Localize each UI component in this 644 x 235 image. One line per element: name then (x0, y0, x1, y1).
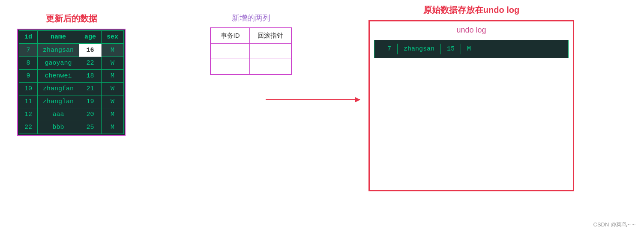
undo-log-box: undo log 7 zhangsan 15 M (368, 20, 574, 191)
middle-section: 新增的两列 事务ID 回滚指针 (210, 13, 292, 75)
cell-name-7: zhangsan (38, 44, 79, 57)
left-section: 更新后的数据 id name age sex 7 zhangsan 16 M (17, 13, 126, 136)
new-cols-data-row-2 (210, 59, 291, 74)
table-row: 22 bbb 25 M (19, 121, 124, 134)
new-col-txid-2 (210, 59, 250, 74)
cell-id-11: 11 (19, 95, 38, 108)
table-row-highlighted: 7 zhangsan 16 M (19, 44, 124, 57)
new-cols-table: 事务ID 回滚指针 (210, 27, 292, 75)
cell-name-22: bbb (38, 121, 79, 134)
main-table: id name age sex 7 zhangsan 16 M 8 gaoyan… (19, 30, 124, 134)
col-name-header: name (38, 31, 79, 44)
cell-name-12: aaa (38, 108, 79, 121)
cell-age-11: 19 (79, 95, 102, 108)
table-row: 10 zhangfan 21 W (19, 83, 124, 95)
cell-id-9: 9 (19, 70, 38, 83)
undo-cell-id: 7 (381, 44, 398, 54)
cell-sex-9: M (102, 70, 124, 83)
new-cols-header-row: 事务ID 回滚指针 (210, 28, 291, 44)
cell-id-22: 22 (19, 121, 38, 134)
right-section-title: 原始数据存放在undo log (423, 4, 519, 16)
right-section: 原始数据存放在undo log undo log 7 zhangsan 15 M (368, 4, 574, 191)
undo-cell-name: zhangsan (398, 44, 441, 54)
col-sex-header: sex (102, 31, 124, 44)
undo-cell-age: 15 (441, 44, 461, 54)
cell-name-9: chenwei (38, 70, 79, 83)
new-col-txid-1 (210, 44, 250, 59)
table-row: 8 gaoyang 22 W (19, 57, 124, 70)
cell-sex-10: W (102, 83, 124, 95)
cell-sex-8: W (102, 57, 124, 70)
cell-id-10: 10 (19, 83, 38, 95)
table-row: 12 aaa 20 M (19, 108, 124, 121)
arrow-line (266, 99, 360, 100)
cell-age-7: 16 (79, 44, 102, 57)
cell-id-12: 12 (19, 108, 38, 121)
cell-id-7: 7 (19, 44, 38, 57)
cell-age-10: 21 (79, 83, 102, 95)
cell-age-9: 18 (79, 70, 102, 83)
cell-age-8: 22 (79, 57, 102, 70)
watermark: CSDN @菜鸟~ ~ (593, 221, 635, 229)
arrow-container (266, 93, 368, 106)
cell-age-12: 20 (79, 108, 102, 121)
undo-cell-sex: M (461, 44, 477, 54)
new-col-rollptr-2 (250, 59, 292, 74)
new-col-rollptr-1 (250, 44, 292, 59)
new-col-txid-header: 事务ID (210, 28, 250, 44)
cell-id-8: 8 (19, 57, 38, 70)
undo-log-data-row: 7 zhangsan 15 M (374, 40, 569, 58)
cell-sex-7: M (102, 44, 124, 57)
table-row: 11 zhanglan 19 W (19, 95, 124, 108)
cell-name-10: zhangfan (38, 83, 79, 95)
table-row: 9 chenwei 18 M (19, 70, 124, 83)
left-section-title: 更新后的数据 (46, 13, 97, 24)
new-col-rollptr-header: 回滚指针 (250, 28, 292, 44)
table-wrapper: id name age sex 7 zhangsan 16 M 8 gaoyan… (17, 29, 126, 136)
col-age-header: age (79, 31, 102, 44)
cell-age-22: 25 (79, 121, 102, 134)
cell-sex-11: W (102, 95, 124, 108)
new-cols-data-row-1 (210, 44, 291, 59)
new-cols-label: 新增的两列 (232, 13, 270, 23)
cell-sex-12: M (102, 108, 124, 121)
undo-log-title: undo log (456, 26, 486, 35)
cell-sex-22: M (102, 121, 124, 134)
cell-name-11: zhanglan (38, 95, 79, 108)
col-id-header: id (19, 31, 38, 44)
table-header-row: id name age sex (19, 31, 124, 44)
cell-name-8: gaoyang (38, 57, 79, 70)
